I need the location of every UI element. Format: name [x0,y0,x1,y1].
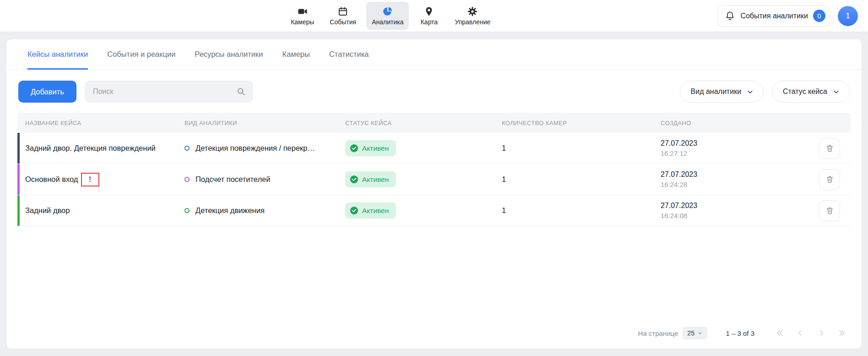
header-camera-count: КОЛИЧЕСТВО КАМЕР [494,120,653,126]
pagination-bar: На странице 25 1 – 3 of 3 [6,319,862,349]
table-row[interactable]: Задний двор Детекция движения Активен 1 … [17,195,851,226]
case-status-filter[interactable]: Статус кейса [772,81,850,103]
add-button[interactable]: Добавить [18,81,76,103]
pagination-range: 1 – 3 of 3 [726,329,754,337]
last-page-button[interactable] [838,329,847,338]
status-badge: Активен [345,203,396,219]
cell-case-name: Основной вход ! [17,173,177,186]
per-page-value: 25 [687,329,694,337]
per-page-select[interactable]: 25 [683,327,707,340]
cell-case-name: Задний двор [17,206,177,215]
created-date: 27.07.2023 [661,139,808,148]
tab-cameras[interactable]: Камеры [282,39,310,70]
status-text: Активен [362,175,389,184]
status-text: Активен [362,207,389,215]
cell-created: 27.07.2023 16:27:12 [653,139,808,157]
pager-controls [775,329,847,338]
analytics-type-filter-label: Вид аналитики [691,88,742,96]
cell-created: 27.07.2023 16:24:08 [653,202,808,219]
nav-label-cameras: Камеры [291,18,314,26]
search-icon [236,87,246,97]
main-nav: Камеры События Аналитика [285,0,496,32]
analytics-events-button[interactable]: События аналитики 0 [717,5,830,27]
nav-item-analytics[interactable]: Аналитика [366,2,409,30]
double-chevron-right-icon [838,329,847,338]
toolbar: Добавить Вид аналитики Статус кейса [6,70,862,113]
cell-created: 27.07.2023 16:24:28 [653,170,808,188]
nav-label-map: Карта [421,18,438,26]
table-row[interactable]: Задний двор. Детекция повреждений Детекц… [17,133,851,164]
map-pin-icon [423,6,434,17]
status-badge: Активен [345,140,396,156]
tab-statistics[interactable]: Статистика [329,39,369,70]
cell-analytics-type: Детекция повреждения / перекр… [177,144,337,153]
created-date: 27.07.2023 [661,202,808,210]
table-header-row: НАЗВАНИЕ КЕЙСА ВИД АНАЛИТИКИ СТАТУС КЕЙС… [17,113,851,133]
status-text: Активен [362,144,389,153]
events-count-badge: 0 [813,10,825,22]
gear-icon [467,6,478,17]
created-time: 16:24:08 [661,212,808,219]
search-input[interactable] [85,81,253,103]
created-time: 16:24:28 [661,181,808,188]
cell-case-status: Активен [337,140,494,156]
analytics-type-text: Детекция повреждения / перекр… [195,144,315,153]
top-bar: Камеры События Аналитика [0,0,868,32]
cell-analytics-type: Подсчет посетителей [177,175,337,184]
chevron-down-icon [697,330,703,336]
nav-label-analytics: Аналитика [372,18,403,26]
bell-icon [725,11,735,21]
analytics-type-icon [184,146,190,151]
row-color-stripe [17,164,20,195]
page-content: Кейсы аналитики События и реакции Ресурс… [0,32,868,356]
nav-item-cameras[interactable]: Камеры [285,2,320,30]
cell-actions [808,200,851,221]
nav-item-map[interactable]: Карта [413,2,445,30]
prev-page-button[interactable] [796,329,805,338]
per-page-control: На странице 25 [638,327,707,340]
cell-analytics-type: Детекция движения [177,206,337,215]
tab-events-reactions[interactable]: События и реакции [107,39,175,70]
pie-chart-icon [382,6,393,17]
analytics-type-filter[interactable]: Вид аналитики [680,81,764,103]
created-time: 16:27:12 [661,149,808,157]
case-name-text: Задний двор [25,206,70,215]
case-status-filter-label: Статус кейса [783,88,827,96]
cell-camera-count: 1 [494,206,653,215]
per-page-label: На странице [638,329,678,337]
tab-analytics-resources[interactable]: Ресурсы аналитики [195,39,263,70]
delete-case-button[interactable] [819,169,840,190]
cell-actions [808,138,851,159]
cell-camera-count: 1 [494,144,653,153]
analytics-type-icon [184,208,190,213]
table-row[interactable]: Основной вход ! Подсчет посетителей Акти… [17,164,851,195]
nav-item-management[interactable]: Управление [449,2,496,30]
double-chevron-left-icon [775,329,784,338]
first-page-button[interactable] [775,329,784,338]
tabs-bar: Кейсы аналитики События и реакции Ресурс… [6,39,862,70]
trash-icon [825,206,834,215]
tab-analytics-cases[interactable]: Кейсы аналитики [27,39,88,70]
cases-table: НАЗВАНИЕ КЕЙСА ВИД АНАЛИТИКИ СТАТУС КЕЙС… [17,113,851,226]
chevron-left-icon [796,329,805,338]
avatar[interactable]: 1 [838,6,858,26]
analytics-cases-card: Кейсы аналитики События и реакции Ресурс… [6,39,862,349]
analytics-type-text: Подсчет посетителей [195,175,271,184]
topbar-right: События аналитики 0 1 [717,5,858,27]
delete-case-button[interactable] [819,138,840,159]
next-page-button[interactable] [817,329,826,338]
nav-item-events[interactable]: События [324,2,362,30]
chevron-down-icon [746,88,754,96]
status-badge: Активен [345,171,396,187]
delete-case-button[interactable] [819,200,840,221]
header-case-name: НАЗВАНИЕ КЕЙСА [17,120,177,126]
case-name-text: Основной вход [25,175,78,184]
chevron-right-icon [817,329,826,338]
nav-label-management: Управление [455,18,490,26]
cell-case-status: Активен [337,203,494,219]
cell-case-name: Задний двор. Детекция повреждений [17,144,177,153]
calendar-icon [337,6,348,17]
header-analytics-type: ВИД АНАЛИТИКИ [177,120,337,126]
cell-camera-count: 1 [494,175,653,184]
cell-actions [808,169,851,190]
